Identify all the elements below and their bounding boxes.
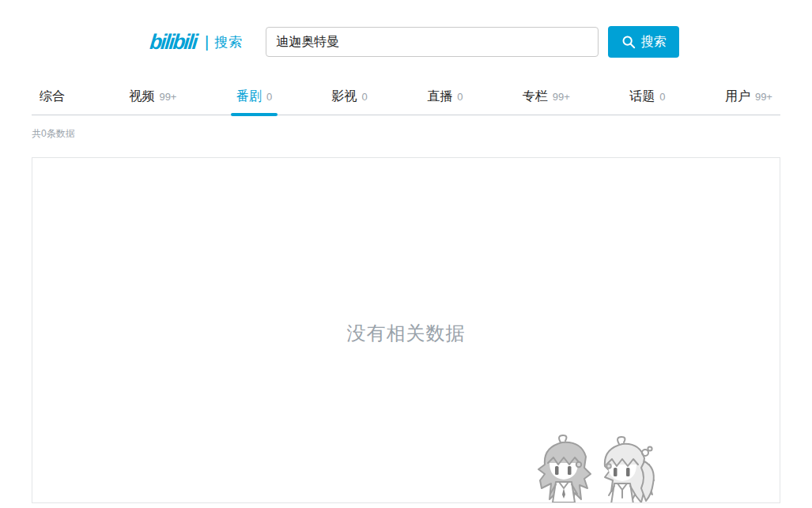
search-category-tabs: 综合 视频 99+ 番剧 0 影视 0 直播 0 专栏 99+ 话题 0 用户 … [32,79,780,115]
tab-label: 视频 [129,88,154,105]
tab-video[interactable]: 视频 99+ [129,79,176,115]
tab-count: 0 [659,91,665,103]
tab-label: 话题 [629,88,655,105]
tab-user[interactable]: 用户 99+ [725,79,772,115]
tab-label: 综合 [40,88,65,105]
tab-all[interactable]: 综合 [40,79,70,115]
search-button[interactable]: 搜索 [608,26,679,58]
tab-movie[interactable]: 影视 0 [332,79,368,115]
tab-bangumi[interactable]: 番剧 0 [236,79,272,115]
logo-divider: | [205,33,209,51]
tab-article[interactable]: 专栏 99+ [523,79,570,115]
search-header: bilibili | 搜索 搜索 [0,0,812,58]
empty-state-message: 没有相关数据 [32,321,780,346]
tab-label: 番剧 [236,88,262,105]
tab-count: 99+ [159,91,176,103]
result-count-summary: 共0条数据 [32,127,780,141]
bilibili-wordmark: bilibili [149,30,198,55]
search-results-panel: 没有相关数据 [32,157,780,503]
tab-label: 直播 [427,88,452,105]
tab-count: 99+ [755,91,772,103]
tab-live[interactable]: 直播 0 [427,79,463,115]
tab-count: 0 [457,91,463,103]
tab-label: 影视 [332,88,357,105]
tab-count: 0 [362,91,368,103]
search-button-label: 搜索 [641,34,667,51]
mascot-2233-icon [529,433,671,503]
search-input[interactable] [266,27,599,57]
bilibili-logo[interactable]: bilibili | 搜索 [149,30,243,55]
search-icon [621,35,636,49]
tab-count: 99+ [553,91,570,103]
logo-search-label: 搜索 [214,33,243,51]
tab-count: 0 [266,91,272,103]
tab-topic[interactable]: 话题 0 [629,79,665,115]
tab-label: 专栏 [523,88,548,105]
tab-label: 用户 [725,88,750,105]
